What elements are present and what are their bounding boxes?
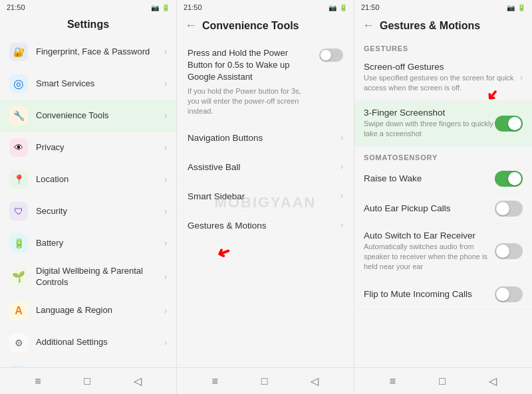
privacy-label: Privacy (36, 142, 164, 153)
chevron-icon-1: › (164, 79, 167, 88)
chevron-icon-4: › (164, 175, 167, 184)
flip-to-mute-title: Flip to Mute Incoming Calls (364, 289, 495, 299)
auto-switch-ear-toggle[interactable] (495, 243, 523, 259)
raise-to-wake-toggle[interactable] (495, 171, 523, 187)
settings-item-convenience-tools[interactable]: 🔧 Convenience Tools › ◄ (0, 100, 176, 132)
location-label: Location (36, 174, 164, 185)
digital-wellbeing-label: Digital Wellbeing & Parental Controls (36, 266, 164, 288)
settings-item-software-update[interactable]: ↻ Software Update › (0, 359, 176, 367)
right-panel-title: Gestures & Motions (380, 20, 480, 32)
screen-off-sub: Use specified gestures on the screen for… (364, 73, 516, 94)
chevron-icon-6: › (164, 239, 167, 248)
menu-assistive-ball[interactable]: Assistive Ball › (177, 153, 354, 182)
settings-item-privacy[interactable]: 👁 Privacy › (0, 132, 176, 163)
middle-panel-title: Convenience Tools (202, 20, 299, 32)
right-panel: 21:50 📷 🔋 ← Gestures & Motions GESTURES … (354, 0, 532, 394)
right-nav-menu[interactable]: ≡ (390, 375, 396, 387)
language-icon: A (9, 302, 28, 320)
gesture-screen-off[interactable]: Screen-off Gestures Use specified gestur… (354, 55, 532, 101)
settings-item-language[interactable]: A Language & Region › (0, 295, 176, 327)
right-status-bar: 21:50 📷 🔋 (354, 0, 532, 15)
right-nav-home[interactable]: □ (439, 375, 446, 387)
chevron-icon-9: › (164, 338, 167, 347)
right-content: GESTURES Screen-off Gestures Use specifi… (354, 38, 532, 367)
smart-services-label: Smart Services (36, 78, 164, 90)
menu-gestures-motions[interactable]: Gestures & Motions › (177, 211, 354, 241)
middle-nav-back[interactable]: ◁ (311, 375, 319, 387)
left-status-bar: 21:50 📷 🔋 (0, 0, 176, 15)
left-nav-menu[interactable]: ≡ (35, 375, 41, 387)
settings-item-security[interactable]: 🛡 Security › (0, 195, 176, 227)
security-icon: 🛡 (9, 202, 28, 221)
settings-list: 🔐 Fingerprint, Face & Password › ◎ Smart… (0, 36, 176, 367)
language-label: Language & Region (36, 305, 164, 316)
auto-switch-ear-title: Auto Switch to Ear Receiver (364, 231, 495, 241)
menu-smart-sidebar[interactable]: Smart Sidebar › (177, 182, 354, 211)
raise-to-wake-title: Raise to Wake (364, 173, 495, 183)
gesture-auto-ear-pickup[interactable]: Auto Ear Pickup Calls (354, 194, 532, 224)
convenience-tools-label: Convenience Tools (36, 110, 164, 122)
screen-off-title: Screen-off Gestures (364, 62, 516, 72)
left-panel: 21:50 📷 🔋 Settings 🔐 Fingerprint, Face &… (0, 0, 177, 394)
gesture-flip-to-mute[interactable]: Flip to Mute Incoming Calls (354, 280, 532, 310)
right-back-button[interactable]: ← (362, 19, 374, 33)
battery-label: Battery (36, 238, 164, 249)
middle-time: 21:50 (184, 3, 202, 11)
settings-item-digital-wellbeing[interactable]: 🌱 Digital Wellbeing & Parental Controls … (0, 259, 176, 295)
middle-back-button[interactable]: ← (185, 19, 197, 33)
gestures-motions-label: Gestures & Motions (188, 221, 340, 231)
fingerprint-label: Fingerprint, Face & Password (36, 47, 164, 58)
chevron-icon-7: › (164, 272, 167, 282)
convenience-tools-icon: 🔧 (9, 106, 28, 125)
settings-item-battery[interactable]: 🔋 Battery › (0, 227, 176, 259)
location-icon: 📍 (9, 170, 28, 189)
settings-item-location[interactable]: 📍 Location › (0, 163, 176, 195)
gestures-section-label: GESTURES (354, 38, 532, 55)
middle-nav-menu[interactable]: ≡ (211, 375, 217, 387)
chevron-icon-3: › (164, 143, 167, 152)
settings-item-additional-settings[interactable]: ⚙ Additional Settings › (0, 327, 176, 359)
somatosensory-section-label: SOMATOSENSORY (354, 147, 532, 164)
assistive-ball-label: Assistive Ball (188, 162, 340, 172)
middle-content: Press and Hold the Power Button for 0.5s… (177, 38, 354, 367)
battery-icon: 🔋 (9, 234, 28, 252)
right-time: 21:50 (361, 3, 380, 11)
smart-sidebar-chevron: › (340, 191, 343, 201)
3-finger-toggle[interactable] (495, 116, 523, 132)
privacy-icon: 👁 (9, 138, 28, 157)
gesture-raise-to-wake[interactable]: Raise to Wake (354, 164, 532, 194)
auto-ear-pickup-toggle[interactable] (495, 201, 523, 217)
additional-settings-icon: ⚙ (9, 334, 28, 352)
gestures-motions-chevron: › (340, 221, 343, 230)
right-nav-back[interactable]: ◁ (489, 375, 497, 387)
settings-item-smart-services[interactable]: ◎ Smart Services › (0, 68, 176, 100)
left-nav-home[interactable]: □ (84, 375, 90, 387)
software-update-icon: ↻ (9, 365, 28, 367)
menu-navigation-buttons[interactable]: Navigation Buttons › (177, 124, 354, 153)
screen-off-chevron: › (520, 73, 523, 82)
middle-status-bar: 21:50 📷 🔋 (177, 0, 354, 15)
assistive-ball-chevron: › (340, 162, 343, 171)
left-bottom-nav: ≡ □ ◁ (0, 367, 176, 394)
gesture-auto-switch-ear[interactable]: Auto Switch to Ear Receiver Automaticall… (354, 224, 532, 280)
middle-nav-home[interactable]: □ (261, 375, 268, 387)
left-time: 21:50 (7, 3, 25, 11)
left-nav-back[interactable]: ◁ (134, 375, 142, 387)
chevron-icon-0: › (164, 47, 167, 56)
middle-bottom-nav: ≡ □ ◁ (177, 367, 354, 394)
power-button-toggle[interactable] (319, 49, 343, 62)
middle-panel-header: ← Convenience Tools (177, 15, 354, 38)
left-panel-title: Settings (0, 15, 176, 36)
digital-wellbeing-icon: 🌱 (9, 268, 28, 286)
settings-item-fingerprint[interactable]: 🔐 Fingerprint, Face & Password › (0, 36, 176, 68)
right-bottom-nav: ≡ □ ◁ (354, 367, 532, 394)
left-status-icons: 📷 🔋 (151, 4, 170, 11)
3-finger-title: 3-Finger Screenshot (364, 108, 495, 118)
auto-switch-ear-sub: Automatically switches audio from speake… (364, 242, 495, 272)
middle-panel: 21:50 📷 🔋 ← Convenience Tools Press and … (177, 0, 354, 394)
power-button-block: Press and Hold the Power Button for 0.5s… (177, 38, 354, 124)
flip-to-mute-toggle[interactable] (495, 286, 523, 302)
additional-settings-label: Additional Settings (36, 337, 164, 348)
gesture-3-finger[interactable]: 3-Finger Screenshot Swipe down with thre… (354, 101, 532, 147)
nav-buttons-chevron: › (340, 133, 343, 142)
